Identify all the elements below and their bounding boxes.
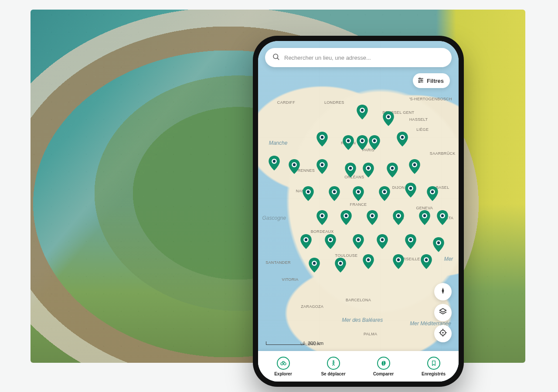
svg-point-37 [409, 187, 412, 190]
map-pin[interactable] [437, 210, 448, 222]
phone-screen: CARDIFFLONDRESESSENBRUSSEL GENTHASSELT'S… [258, 41, 459, 382]
map-pin[interactable] [316, 159, 328, 170]
nav-item-enregistres[interactable]: Enregistrés [408, 351, 459, 382]
svg-point-63 [437, 242, 440, 244]
nav-item-explorer[interactable]: Explorer [258, 351, 308, 382]
binoculars-icon [277, 357, 290, 370]
map-pin[interactable] [316, 210, 328, 222]
map-pin[interactable] [433, 237, 444, 249]
filters-button[interactable]: Filtres [413, 73, 450, 88]
map-pin[interactable] [363, 254, 374, 266]
svg-point-43 [345, 214, 347, 217]
map-pin[interactable] [393, 254, 404, 266]
map-pin[interactable] [369, 135, 380, 147]
scale-label: 300 km [308, 341, 323, 346]
svg-point-1 [361, 109, 364, 111]
map-pin[interactable] [419, 210, 430, 222]
map-pin[interactable] [377, 234, 388, 245]
map-pin[interactable] [343, 135, 354, 147]
map-pin[interactable] [345, 163, 356, 174]
svg-point-55 [329, 238, 331, 241]
france-icon [377, 357, 390, 370]
svg-point-47 [397, 214, 400, 217]
map-pin[interactable] [335, 258, 346, 269]
map-pin[interactable] [269, 156, 280, 167]
nav-label: Se déplacer [321, 372, 345, 376]
svg-point-27 [413, 163, 416, 166]
svg-point-17 [293, 163, 296, 166]
search-icon [272, 53, 280, 62]
nav-item-se-deplacer[interactable]: Se déplacer [308, 351, 358, 382]
svg-point-19 [321, 163, 323, 166]
map-pin[interactable] [421, 254, 432, 266]
svg-point-79 [421, 79, 422, 81]
svg-point-69 [367, 259, 370, 261]
svg-point-39 [431, 191, 434, 193]
search-input[interactable] [284, 55, 445, 61]
svg-point-91 [283, 362, 286, 365]
svg-point-51 [441, 214, 444, 217]
nav-item-comparer[interactable]: Comparer [358, 351, 408, 382]
svg-point-3 [387, 116, 390, 118]
map-pin[interactable] [427, 186, 438, 198]
map-pin[interactable] [363, 163, 374, 174]
svg-point-13 [401, 136, 404, 139]
svg-point-53 [305, 238, 307, 241]
svg-point-77 [419, 78, 421, 79]
layers-button[interactable] [434, 304, 452, 321]
svg-point-9 [361, 140, 364, 142]
locate-button[interactable] [434, 325, 452, 342]
map-pin[interactable] [367, 210, 378, 222]
map-pin[interactable] [397, 132, 408, 143]
svg-point-90 [281, 362, 283, 365]
map-pin[interactable] [325, 234, 336, 245]
map-pin[interactable] [383, 111, 394, 123]
svg-point-57 [357, 238, 360, 241]
map-pin[interactable] [303, 186, 314, 198]
bookmark-icon [427, 357, 440, 370]
map-pin[interactable] [340, 210, 352, 222]
map-pin[interactable] [405, 234, 416, 245]
compass-button[interactable] [434, 283, 452, 300]
svg-point-33 [357, 191, 360, 193]
layers-icon [439, 307, 447, 318]
svg-point-59 [381, 238, 384, 241]
map-pin[interactable] [393, 210, 404, 222]
nav-label: Enregistrés [422, 372, 446, 376]
svg-point-67 [339, 262, 341, 265]
sliders-icon [417, 77, 424, 85]
map-pin[interactable] [353, 186, 364, 198]
svg-point-29 [307, 191, 310, 193]
map-pin[interactable] [409, 159, 420, 170]
map-pin[interactable] [300, 234, 312, 245]
svg-marker-83 [440, 309, 446, 312]
map-pin[interactable] [289, 159, 300, 170]
map-pin[interactable] [316, 132, 328, 143]
map-pin[interactable] [353, 234, 364, 245]
svg-point-15 [273, 160, 276, 163]
svg-point-11 [373, 140, 376, 142]
svg-point-7 [347, 140, 350, 142]
svg-point-5 [321, 136, 323, 139]
map-pin[interactable] [357, 135, 368, 147]
svg-point-35 [383, 191, 386, 193]
nav-label: Explorer [274, 372, 292, 376]
svg-point-21 [349, 167, 351, 169]
map-pin[interactable] [309, 258, 320, 269]
map-pin[interactable] [357, 105, 368, 116]
map-pin[interactable] [379, 186, 390, 198]
map-pin[interactable] [405, 183, 416, 194]
svg-point-23 [367, 167, 370, 169]
svg-point-81 [418, 81, 420, 82]
svg-point-41 [321, 214, 323, 217]
svg-point-65 [313, 262, 316, 265]
compass-icon [439, 286, 447, 297]
walking-icon [327, 357, 340, 370]
svg-marker-82 [442, 288, 444, 294]
search-bar[interactable] [265, 48, 452, 67]
filters-label: Filtres [427, 78, 444, 84]
svg-point-61 [409, 238, 412, 241]
map-pin[interactable] [387, 163, 398, 174]
svg-point-73 [425, 259, 428, 261]
map-pin[interactable] [329, 186, 340, 198]
